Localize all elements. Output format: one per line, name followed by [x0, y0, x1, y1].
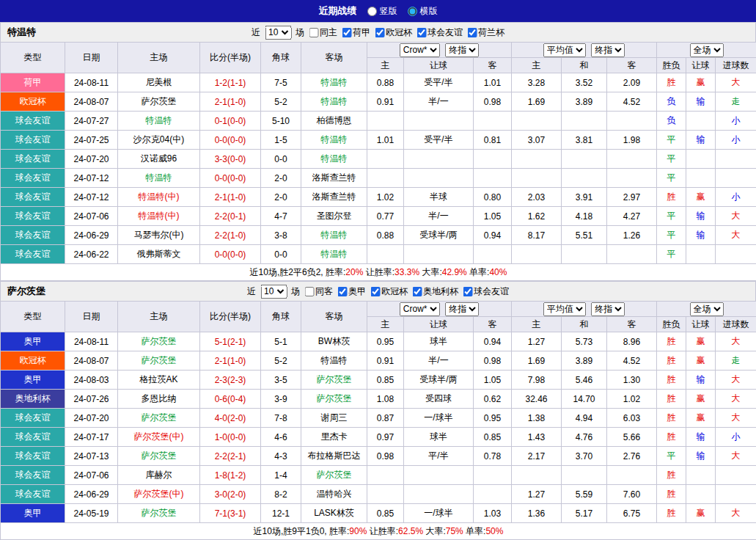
avg-away-odds-cell: 2.97	[607, 188, 657, 207]
goals-result-cell	[716, 150, 756, 169]
odds-away-cell	[474, 466, 512, 485]
handicap-cell	[404, 150, 474, 169]
summary-text: 近10场,胜2平6负2, 胜率:20% 让胜率:33.3% 大率:42.9% 单…	[1, 264, 756, 281]
avg-draw-odds-cell: 4.76	[562, 428, 607, 447]
recent-count-select[interactable]: 10	[265, 26, 291, 40]
summary-stat-value: 62.5%	[398, 526, 423, 536]
corner-cell: 4-7	[261, 207, 301, 226]
handicap-cell: 球半	[404, 332, 474, 351]
outcome-result-cell: 胜	[657, 390, 686, 409]
same-venue-checkbox[interactable]	[304, 287, 314, 296]
recent-count-select[interactable]: 10	[260, 285, 287, 299]
odds-home-cell: 0.91	[367, 92, 404, 112]
match-row: 球会友谊24-06-29萨尔茨堡(中)3-0(2-0)8-2温特哈兴1.275.…	[1, 485, 756, 504]
handicap-result-cell: 输	[686, 207, 716, 226]
corner-cell: 5-1	[261, 332, 301, 351]
handicap-cell	[404, 169, 474, 188]
match-row: 球会友谊24-07-06特温特(中)2-2(0-1)4-7圣图尔登0.77半/一…	[1, 207, 756, 226]
col-type: 类型	[1, 302, 65, 332]
odds-stage-select-1[interactable]: 终指	[445, 43, 479, 57]
avg-away-odds-cell: 2.76	[607, 447, 657, 466]
odds-home-cell	[367, 245, 404, 264]
handicap-cell	[404, 245, 474, 264]
league-checkbox[interactable]	[416, 28, 426, 37]
home-team-cell: 萨尔茨堡	[118, 447, 200, 466]
bookmaker-select[interactable]: Crow*	[400, 302, 440, 316]
same-venue-filter[interactable]: 同主	[309, 26, 337, 39]
layout-option-vertical[interactable]: 竖版	[367, 5, 397, 18]
layout-option-horizontal[interactable]: 横版	[408, 5, 438, 18]
league-filter[interactable]: 奥地利杯	[412, 285, 458, 298]
home-team-cell: 多恩比纳	[118, 390, 200, 409]
league-filter[interactable]: 荷兰杯	[467, 26, 504, 39]
same-venue-filter[interactable]: 同客	[304, 285, 333, 298]
results-table: 类型 日期 主场 比分(半场) 角球 客场 Crow* 终指 平均值 终指 全场	[0, 42, 756, 281]
league-checkbox[interactable]	[412, 287, 422, 296]
odds-stage-select-2[interactable]: 终指	[591, 302, 625, 316]
outcome-result-cell: 平	[657, 207, 686, 226]
date-cell: 24-07-12	[65, 169, 118, 188]
outcome-result-cell: 平	[657, 169, 686, 188]
corner-cell: 12-1	[261, 504, 301, 523]
avg-away-odds-cell: 5.66	[607, 428, 657, 447]
summary-stat-value: 20%	[345, 267, 363, 277]
summary-stat-value: 50%	[485, 526, 503, 536]
league-filter[interactable]: 欧冠杯	[375, 26, 412, 39]
handicap-cell: 球半	[404, 428, 474, 447]
league-checkbox[interactable]	[467, 28, 477, 37]
league-checkbox[interactable]	[370, 287, 380, 296]
goals-result-cell: 大	[716, 390, 756, 409]
scope-select[interactable]: 全场	[690, 302, 724, 316]
league-checkbox[interactable]	[463, 287, 472, 296]
handicap-cell	[404, 485, 474, 504]
vertical-layout-radio[interactable]	[367, 7, 377, 16]
league-filter[interactable]: 奥甲	[337, 285, 366, 298]
league-filter[interactable]: 荷甲	[342, 26, 370, 39]
goals-result-cell: 走	[716, 351, 756, 371]
match-row: 奥甲24-05-19萨尔茨堡7-1(3-1)12-1LASK林茨0.85一/球半…	[1, 504, 756, 523]
type-cell: 球会友谊	[1, 150, 65, 169]
league-filter[interactable]: 球会友谊	[416, 26, 463, 39]
match-rows: 奥甲24-08-11萨尔茨堡5-1(2-1)5-1BW林茨0.95球半0.941…	[1, 332, 756, 523]
odds-home-cell: 0.95	[367, 332, 404, 351]
table-header: 类型 日期 主场 比分(半场) 角球 客场 Crow* 终指 平均值 终指 全场	[1, 302, 756, 332]
match-row: 球会友谊24-06-22俄弗斯蒂文0-0(0-0)0-0特温特平	[1, 245, 756, 264]
league-checkbox[interactable]	[375, 28, 384, 37]
summary-stat-label: 胜率:	[326, 267, 345, 277]
corner-cell: 7-8	[261, 409, 301, 428]
league-checkbox[interactable]	[342, 28, 351, 37]
corner-cell: 2-0	[261, 188, 301, 207]
league-filter[interactable]: 欧冠杯	[370, 285, 408, 298]
col-corner: 角球	[261, 43, 301, 73]
league-checkbox[interactable]	[337, 287, 347, 296]
odds-away-cell: 0.81	[474, 131, 512, 150]
avg-draw-odds-cell	[562, 466, 607, 485]
date-cell: 24-05-19	[65, 504, 118, 523]
summary-stat-value: 42.9%	[442, 267, 467, 277]
avg-draw-odds-cell: 3.81	[562, 131, 607, 150]
type-cell: 奥甲	[1, 504, 65, 523]
league-filter[interactable]: 球会友谊	[463, 285, 509, 298]
average-select[interactable]: 平均值	[543, 302, 586, 316]
odds-home-cell: 0.85	[367, 371, 404, 390]
date-cell: 24-07-13	[65, 447, 118, 466]
odds-away-cell: 0.85	[474, 428, 512, 447]
home-team-cell: 尼美根	[118, 73, 200, 92]
filter-bar: 近 10 场 同客 奥甲欧冠杯奥地利杯球会友谊	[247, 285, 509, 299]
same-venue-checkbox[interactable]	[309, 28, 318, 37]
odds-group-1: Crow* 终指	[367, 43, 512, 58]
horizontal-layout-radio[interactable]	[408, 7, 417, 16]
away-team-cell: 特温特	[301, 131, 367, 150]
scope-select[interactable]: 全场	[690, 43, 724, 57]
goals-result-cell: 小	[716, 131, 756, 150]
league-filters: 奥甲欧冠杯奥地利杯球会友谊	[337, 285, 509, 298]
match-row: 球会友谊24-07-12特温特0-0(0-0)2-0洛斯查兰特平	[1, 169, 756, 188]
odds-stage-select-1[interactable]: 终指	[445, 302, 479, 316]
goals-result-cell	[716, 169, 756, 188]
odds-stage-select-2[interactable]: 终指	[591, 43, 625, 57]
corner-cell: 5-10	[261, 112, 301, 131]
date-cell: 24-07-26	[65, 390, 118, 409]
bookmaker-select[interactable]: Crow*	[400, 43, 440, 57]
avg-home-odds-cell: 1.38	[512, 409, 562, 428]
average-select[interactable]: 平均值	[543, 43, 586, 57]
